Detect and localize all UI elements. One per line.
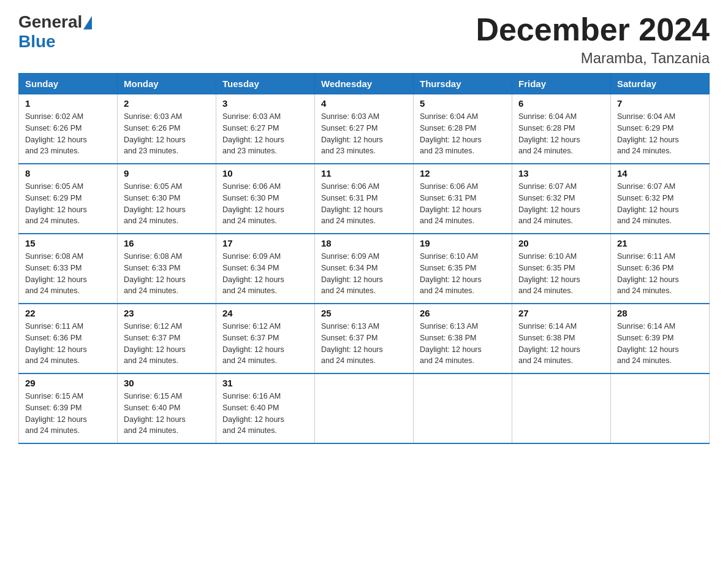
day-info: Sunrise: 6:06 AMSunset: 6:31 PMDaylight:… (321, 181, 407, 227)
day-info: Sunrise: 6:14 AMSunset: 6:38 PMDaylight:… (518, 321, 604, 367)
calendar-cell (611, 373, 710, 443)
calendar-cell: 15Sunrise: 6:08 AMSunset: 6:33 PMDayligh… (19, 234, 118, 304)
calendar-cell: 25Sunrise: 6:13 AMSunset: 6:37 PMDayligh… (315, 304, 414, 373)
day-info: Sunrise: 6:12 AMSunset: 6:37 PMDaylight:… (124, 321, 210, 367)
calendar-cell: 11Sunrise: 6:06 AMSunset: 6:31 PMDayligh… (315, 164, 414, 234)
day-number: 21 (617, 238, 703, 248)
calendar-cell: 10Sunrise: 6:06 AMSunset: 6:30 PMDayligh… (216, 164, 315, 234)
calendar-cell: 30Sunrise: 6:15 AMSunset: 6:40 PMDayligh… (118, 373, 216, 443)
day-info: Sunrise: 6:03 AMSunset: 6:26 PMDaylight:… (124, 111, 210, 157)
day-info: Sunrise: 6:08 AMSunset: 6:33 PMDaylight:… (124, 251, 210, 297)
day-info: Sunrise: 6:02 AMSunset: 6:26 PMDaylight:… (25, 111, 111, 157)
page-title: December 2024 (476, 12, 710, 47)
calendar-cell (315, 373, 414, 443)
calendar-cell: 18Sunrise: 6:09 AMSunset: 6:34 PMDayligh… (315, 234, 414, 304)
calendar-cell (512, 373, 611, 443)
calendar-cell: 9Sunrise: 6:05 AMSunset: 6:30 PMDaylight… (118, 164, 216, 234)
day-info: Sunrise: 6:04 AMSunset: 6:29 PMDaylight:… (617, 111, 703, 157)
calendar-cell: 26Sunrise: 6:13 AMSunset: 6:38 PMDayligh… (414, 304, 512, 373)
day-info: Sunrise: 6:07 AMSunset: 6:32 PMDaylight:… (518, 181, 604, 227)
day-info: Sunrise: 6:06 AMSunset: 6:30 PMDaylight:… (222, 181, 308, 227)
column-header-saturday: Saturday (611, 74, 710, 94)
calendar-cell: 14Sunrise: 6:07 AMSunset: 6:32 PMDayligh… (611, 164, 710, 234)
day-number: 30 (124, 378, 210, 388)
day-number: 26 (420, 308, 506, 318)
calendar-cell: 31Sunrise: 6:16 AMSunset: 6:40 PMDayligh… (216, 373, 315, 443)
page-header: General Blue December 2024 Maramba, Tanz… (18, 12, 710, 67)
logo-blue-text: Blue (18, 32, 56, 52)
day-number: 16 (124, 238, 210, 248)
column-header-tuesday: Tuesday (216, 74, 315, 94)
day-info: Sunrise: 6:05 AMSunset: 6:30 PMDaylight:… (124, 181, 210, 227)
day-number: 13 (518, 168, 604, 178)
calendar-header-row: SundayMondayTuesdayWednesdayThursdayFrid… (19, 74, 710, 94)
day-number: 31 (222, 378, 308, 388)
day-info: Sunrise: 6:16 AMSunset: 6:40 PMDaylight:… (222, 391, 308, 437)
day-number: 28 (617, 308, 703, 318)
calendar-cell: 12Sunrise: 6:06 AMSunset: 6:31 PMDayligh… (414, 164, 512, 234)
day-number: 15 (25, 238, 111, 248)
day-number: 2 (124, 98, 210, 109)
logo-general-text: General (18, 12, 82, 32)
calendar-cell: 2Sunrise: 6:03 AMSunset: 6:26 PMDaylight… (118, 94, 216, 164)
day-number: 5 (420, 98, 506, 109)
day-number: 7 (617, 98, 703, 109)
day-number: 4 (321, 98, 407, 109)
day-number: 9 (124, 168, 210, 178)
day-info: Sunrise: 6:06 AMSunset: 6:31 PMDaylight:… (420, 181, 506, 227)
column-header-monday: Monday (118, 74, 216, 94)
calendar-cell: 20Sunrise: 6:10 AMSunset: 6:35 PMDayligh… (512, 234, 611, 304)
calendar-cell: 6Sunrise: 6:04 AMSunset: 6:28 PMDaylight… (512, 94, 611, 164)
day-number: 11 (321, 168, 407, 178)
page-subtitle: Maramba, Tanzania (476, 50, 710, 67)
day-number: 14 (617, 168, 703, 178)
day-number: 23 (124, 308, 210, 318)
day-number: 19 (420, 238, 506, 248)
day-info: Sunrise: 6:12 AMSunset: 6:37 PMDaylight:… (222, 321, 308, 367)
calendar-cell: 28Sunrise: 6:14 AMSunset: 6:39 PMDayligh… (611, 304, 710, 373)
calendar-cell: 21Sunrise: 6:11 AMSunset: 6:36 PMDayligh… (611, 234, 710, 304)
day-info: Sunrise: 6:08 AMSunset: 6:33 PMDaylight:… (25, 251, 111, 297)
calendar-cell: 7Sunrise: 6:04 AMSunset: 6:29 PMDaylight… (611, 94, 710, 164)
day-number: 10 (222, 168, 308, 178)
calendar-cell: 24Sunrise: 6:12 AMSunset: 6:37 PMDayligh… (216, 304, 315, 373)
calendar-cell: 16Sunrise: 6:08 AMSunset: 6:33 PMDayligh… (118, 234, 216, 304)
day-number: 20 (518, 238, 604, 248)
calendar-cell: 8Sunrise: 6:05 AMSunset: 6:29 PMDaylight… (19, 164, 118, 234)
column-header-friday: Friday (512, 74, 611, 94)
day-number: 27 (518, 308, 604, 318)
calendar-cell: 19Sunrise: 6:10 AMSunset: 6:35 PMDayligh… (414, 234, 512, 304)
column-header-wednesday: Wednesday (315, 74, 414, 94)
calendar-week-row: 1Sunrise: 6:02 AMSunset: 6:26 PMDaylight… (19, 94, 710, 164)
calendar-cell: 29Sunrise: 6:15 AMSunset: 6:39 PMDayligh… (19, 373, 118, 443)
calendar-week-row: 22Sunrise: 6:11 AMSunset: 6:36 PMDayligh… (19, 304, 710, 373)
day-number: 12 (420, 168, 506, 178)
day-number: 25 (321, 308, 407, 318)
calendar-cell: 1Sunrise: 6:02 AMSunset: 6:26 PMDaylight… (19, 94, 118, 164)
day-number: 29 (25, 378, 111, 388)
day-number: 1 (25, 98, 111, 109)
calendar-cell (414, 373, 512, 443)
day-info: Sunrise: 6:04 AMSunset: 6:28 PMDaylight:… (518, 111, 604, 157)
day-number: 18 (321, 238, 407, 248)
title-block: December 2024 Maramba, Tanzania (476, 12, 710, 67)
column-header-sunday: Sunday (19, 74, 118, 94)
logo-triangle-icon (83, 16, 92, 29)
day-number: 6 (518, 98, 604, 109)
calendar-table: SundayMondayTuesdayWednesdayThursdayFrid… (18, 73, 710, 444)
column-header-thursday: Thursday (414, 74, 512, 94)
logo: General Blue (18, 12, 92, 52)
calendar-week-row: 29Sunrise: 6:15 AMSunset: 6:39 PMDayligh… (19, 373, 710, 443)
day-info: Sunrise: 6:10 AMSunset: 6:35 PMDaylight:… (420, 251, 506, 297)
day-info: Sunrise: 6:15 AMSunset: 6:39 PMDaylight:… (25, 391, 111, 437)
day-info: Sunrise: 6:11 AMSunset: 6:36 PMDaylight:… (617, 251, 703, 297)
day-info: Sunrise: 6:05 AMSunset: 6:29 PMDaylight:… (25, 181, 111, 227)
calendar-cell: 17Sunrise: 6:09 AMSunset: 6:34 PMDayligh… (216, 234, 315, 304)
calendar-cell: 13Sunrise: 6:07 AMSunset: 6:32 PMDayligh… (512, 164, 611, 234)
day-info: Sunrise: 6:07 AMSunset: 6:32 PMDaylight:… (617, 181, 703, 227)
day-number: 17 (222, 238, 308, 248)
day-info: Sunrise: 6:03 AMSunset: 6:27 PMDaylight:… (222, 111, 308, 157)
calendar-cell: 23Sunrise: 6:12 AMSunset: 6:37 PMDayligh… (118, 304, 216, 373)
day-number: 8 (25, 168, 111, 178)
day-info: Sunrise: 6:10 AMSunset: 6:35 PMDaylight:… (518, 251, 604, 297)
